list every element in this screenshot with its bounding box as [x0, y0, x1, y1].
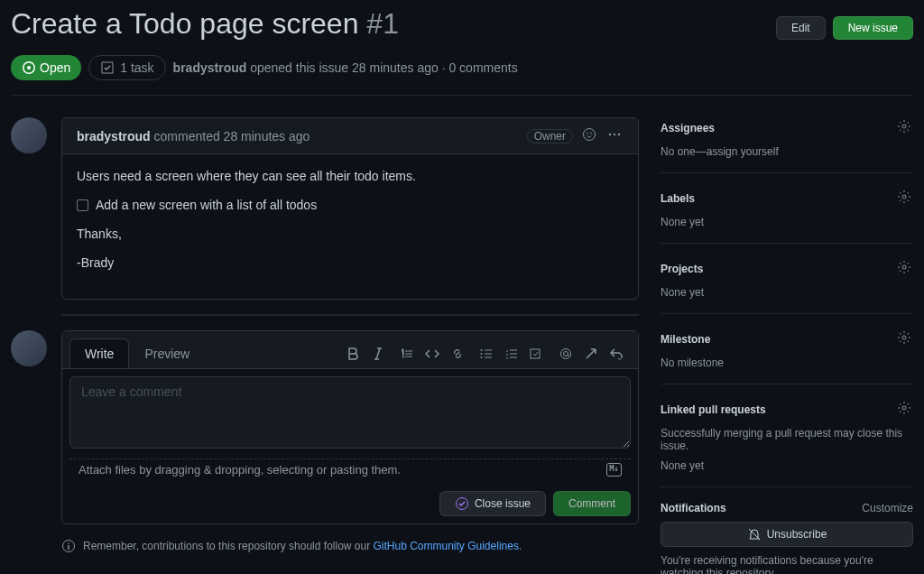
labels-value: None yet	[661, 216, 913, 228]
info-icon	[61, 539, 76, 553]
edit-button[interactable]: Edit	[776, 16, 826, 40]
link-icon[interactable]	[450, 347, 465, 361]
italic-icon[interactable]	[371, 347, 385, 361]
customize-link[interactable]: Customize	[862, 502, 913, 514]
svg-point-4	[609, 134, 611, 135]
issue-meta: Open 1 task bradystroud opened this issu…	[11, 55, 913, 96]
svg-point-2	[587, 133, 588, 134]
labels-title[interactable]: Labels	[661, 192, 695, 205]
issue-header: Create a Todo page screen #1 Edit New is…	[11, 7, 913, 48]
unsubscribe-button[interactable]: Unsubscribe	[661, 522, 913, 547]
task-badge[interactable]: 1 task	[88, 55, 165, 80]
linked-pr-value: None yet	[661, 459, 913, 472]
svg-point-11	[564, 351, 568, 356]
comment: bradystroud commented 28 minutes ago Own…	[61, 117, 639, 300]
comment-button[interactable]: Comment	[553, 491, 631, 516]
projects-title[interactable]: Projects	[661, 263, 703, 275]
crossref-icon[interactable]	[584, 347, 598, 361]
gear-icon[interactable]	[895, 258, 913, 279]
task-checkbox[interactable]	[77, 199, 88, 211]
timeline-divider	[61, 314, 639, 316]
issue-number: #1	[366, 7, 399, 40]
avatar[interactable]	[11, 117, 47, 153]
new-comment-box: Write Preview	[61, 330, 639, 524]
comment-textarea[interactable]	[69, 376, 631, 449]
linked-pr-desc: Successfully merging a pull request may …	[661, 427, 913, 452]
bold-icon[interactable]	[346, 347, 360, 361]
svg-point-0	[27, 66, 31, 69]
comment-thanks: Thanks,	[77, 227, 624, 241]
svg-point-18	[902, 336, 906, 339]
ol-icon[interactable]	[504, 347, 519, 361]
avatar[interactable]	[11, 330, 47, 366]
close-issue-button[interactable]: Close issue	[439, 491, 546, 516]
issue-meta-text: bradystroud opened this issue 28 minutes…	[173, 60, 518, 75]
guidelines-note: Remember, contributions to this reposito…	[61, 539, 639, 553]
svg-point-1	[584, 129, 596, 141]
svg-point-7	[481, 349, 483, 351]
mention-icon[interactable]	[559, 347, 573, 361]
toolbar	[320, 347, 631, 361]
comment-author[interactable]: bradystroud	[77, 129, 151, 144]
owner-badge: Owner	[527, 129, 573, 144]
emoji-button[interactable]	[580, 125, 598, 146]
svg-point-15	[902, 125, 906, 128]
heading-icon[interactable]	[320, 347, 335, 361]
ul-icon[interactable]	[479, 347, 494, 361]
markdown-icon[interactable]: M↓	[606, 463, 622, 477]
assignees-title[interactable]: Assignees	[661, 122, 715, 134]
attach-hint[interactable]: Attach files by dragging & dropping, sel…	[79, 463, 401, 477]
state-badge: Open	[11, 55, 81, 80]
svg-point-16	[902, 195, 906, 199]
tab-write[interactable]: Write	[69, 338, 129, 368]
bell-slash-icon	[747, 527, 762, 542]
svg-point-3	[590, 133, 592, 134]
svg-point-14	[68, 542, 69, 544]
issue-closed-icon	[455, 496, 469, 511]
issue-title: Create a Todo page screen #1	[11, 7, 399, 41]
assign-yourself-link[interactable]: assign yourself	[707, 145, 779, 158]
checklist-icon	[100, 60, 115, 75]
linked-pr-title[interactable]: Linked pull requests	[661, 403, 766, 416]
svg-point-17	[902, 265, 906, 269]
kebab-button[interactable]	[605, 125, 624, 146]
gear-icon[interactable]	[895, 117, 913, 138]
gear-icon[interactable]	[895, 329, 913, 349]
svg-point-8	[481, 353, 483, 355]
milestone-value: No milestone	[661, 356, 913, 369]
guidelines-link[interactable]: GitHub Community Guidelines	[374, 540, 519, 552]
issue-open-icon	[22, 60, 36, 75]
task-item[interactable]: Add a new screen with a list of all todo…	[77, 198, 624, 212]
new-issue-button[interactable]: New issue	[833, 16, 913, 40]
projects-value: None yet	[661, 286, 913, 299]
svg-point-6	[618, 134, 620, 135]
svg-rect-10	[531, 349, 540, 358]
tasklist-icon[interactable]	[530, 347, 544, 361]
author-link[interactable]: bradystroud	[173, 60, 247, 75]
notifications-title: Notifications	[661, 502, 726, 514]
svg-point-9	[481, 356, 483, 358]
gear-icon[interactable]	[895, 188, 913, 208]
svg-point-19	[902, 406, 906, 410]
quote-icon[interactable]	[400, 347, 414, 361]
comment-sign: -Brady	[77, 255, 624, 270]
comment-body-intro: Users need a screen where they can see a…	[77, 169, 624, 183]
milestone-title[interactable]: Milestone	[661, 333, 710, 346]
gear-icon[interactable]	[895, 399, 913, 420]
comment-time: commented 28 minutes ago	[151, 129, 310, 144]
notifications-desc: You're receiving notifications because y…	[661, 554, 913, 574]
tab-preview[interactable]: Preview	[129, 338, 205, 368]
reply-icon[interactable]	[609, 347, 624, 361]
svg-point-5	[614, 134, 615, 135]
code-icon[interactable]	[425, 347, 439, 361]
